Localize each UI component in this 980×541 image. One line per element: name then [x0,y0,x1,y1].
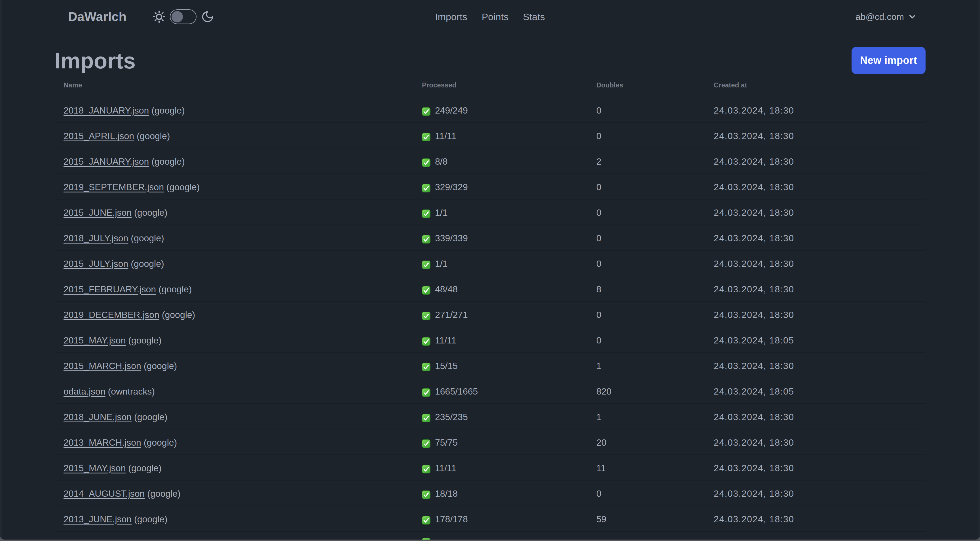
column-header-created-at: Created at [705,73,926,97]
nav-link-imports[interactable]: Imports [435,11,467,22]
import-file-link[interactable]: 2014_AUGUST.json [64,488,145,499]
import-file-link[interactable]: 2015_JULY.json [64,259,128,269]
import-source: (google) [126,463,161,473]
import-file-link[interactable]: 2018_JANUARY.json [64,105,149,115]
import-file-link[interactable]: 2015_MARCH.json [64,361,141,371]
column-header-name: Name [54,73,413,97]
processed-count: 329/329 [435,182,468,192]
doubles-count: 2 [587,148,705,174]
created-at: 24.03.2024, 18:30 [705,148,926,174]
doubles-count: 0 [587,327,705,353]
created-at: 24.03.2024, 18:30 [705,174,926,199]
check-icon [422,184,430,192]
processed-count: 339/339 [435,233,468,243]
import-file-link[interactable]: odata.json [64,386,105,397]
processed-count: 8/8 [435,156,447,167]
brand-logo[interactable]: DaWarIch [68,10,126,24]
table-row [54,531,926,539]
import-file-link[interactable]: 2015_MAY.json [64,463,126,473]
import-file-link[interactable]: 2019_DECEMBER.json [64,310,159,320]
table-row: 2019_DECEMBER.json (google) 271/271 0 24… [54,302,926,327]
check-icon [422,158,430,167]
check-icon [422,465,430,474]
page-title: Imports [54,49,135,72]
processed-count: 11/11 [435,463,456,473]
import-file-link[interactable]: 2018_JULY.json [64,233,128,243]
created-at: 24.03.2024, 18:30 [705,97,926,123]
processed-count: 48/48 [435,284,458,294]
created-at: 24.03.2024, 18:30 [705,199,926,225]
import-file-link[interactable]: 2013_MARCH.json [64,437,141,448]
import-file-link[interactable]: 2015_JUNE.json [64,207,132,218]
table-row: 2019_SEPTEMBER.json (google) 329/329 0 2… [54,174,926,199]
check-icon [422,107,430,116]
table-row: 2018_JULY.json (google) 339/339 0 24.03.… [54,225,926,251]
account-email: ab@cd.com [856,12,904,22]
check-icon [422,337,430,346]
table-row: 2013_JUNE.json (google) 178/178 59 24.03… [54,506,926,531]
imports-table: NameProcessedDoublesCreated at 2018_JANU… [54,73,926,539]
import-source: (owntracks) [105,386,155,397]
import-file-link[interactable]: 2015_MAY.json [64,335,126,345]
import-source: (google) [134,131,170,141]
processed-count: 1665/1665 [435,386,478,397]
created-at: 24.03.2024, 18:30 [705,480,926,506]
check-icon [422,490,430,499]
import-source: (google) [149,156,185,167]
import-source: (google) [128,259,164,269]
import-source: (google) [145,488,180,499]
processed-count: 11/11 [435,131,456,141]
import-source: (google) [132,207,167,218]
import-file-link[interactable]: 2019_SEPTEMBER.json [64,182,164,192]
table-row: 2015_APRIL.json (google) 11/11 0 24.03.2… [54,123,926,148]
window-right-edge [978,0,980,539]
table-row: 2015_MARCH.json (google) 15/15 1 24.03.2… [54,353,926,378]
table-row: 2018_JUNE.json (google) 235/235 1 24.03.… [54,404,926,429]
doubles-count [587,531,705,539]
new-import-button[interactable]: New import [851,47,926,74]
created-at: 24.03.2024, 18:30 [705,225,926,251]
created-at: 24.03.2024, 18:30 [705,276,926,302]
moon-icon [201,10,214,23]
import-file-link[interactable]: 2015_APRIL.json [64,131,134,141]
check-icon [422,312,430,320]
check-icon [422,235,430,244]
processed-count: 1/1 [435,207,447,218]
doubles-count: 0 [587,174,705,199]
sun-icon [152,10,166,24]
table-row: 2015_MAY.json (google) 11/11 11 24.03.20… [54,455,926,480]
import-file-link[interactable]: 2015_JANUARY.json [64,156,149,167]
import-file-link[interactable]: 2015_FEBRUARY.json [64,284,156,294]
nav-link-points[interactable]: Points [482,11,509,22]
doubles-count: 11 [587,455,705,480]
created-at: 24.03.2024, 18:30 [705,506,926,531]
table-row: 2015_MAY.json (google) 11/11 0 24.03.202… [54,327,926,353]
table-row: 2013_MARCH.json (google) 75/75 20 24.03.… [54,429,926,455]
import-file-link[interactable]: 2013_JUNE.json [64,514,132,524]
theme-toggle-group [152,10,214,24]
nav-link-stats[interactable]: Stats [523,11,545,22]
processed-count: 11/11 [435,335,456,345]
window-left-edge [0,0,2,539]
processed-count: 271/271 [435,310,468,320]
processed-count: 1/1 [435,259,447,269]
import-source: (google) [126,335,161,345]
doubles-count: 0 [587,199,705,225]
created-at: 24.03.2024, 18:30 [705,429,926,455]
doubles-count: 0 [587,480,705,506]
account-menu[interactable]: ab@cd.com [856,12,917,22]
check-icon [422,363,430,371]
import-source: (google) [149,105,185,115]
table-row: odata.json (owntracks) 1665/1665 820 24.… [54,378,926,404]
theme-toggle[interactable] [170,10,197,24]
table-row: 2014_AUGUST.json (google) 18/18 0 24.03.… [54,480,926,506]
doubles-count: 0 [587,302,705,327]
navbar: DaWarIch ImportsPointsStats ab@cd.com [54,0,926,34]
chevron-down-icon [908,12,917,21]
doubles-count: 0 [587,251,705,276]
created-at: 24.03.2024, 18:30 [705,251,926,276]
import-source: (google) [132,514,167,524]
import-file-link[interactable]: 2018_JUNE.json [64,412,132,422]
table-row: 2018_JANUARY.json (google) 249/249 0 24.… [54,97,926,123]
created-at [705,531,926,539]
